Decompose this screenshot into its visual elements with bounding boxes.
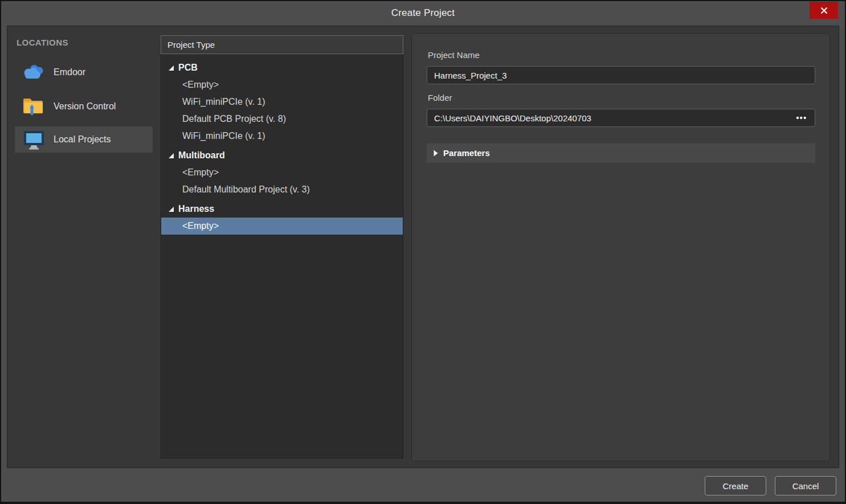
sidebar-item-version-control[interactable]: Version Control	[15, 93, 153, 120]
sidebar-item-local-projects[interactable]: Local Projects	[15, 126, 153, 153]
project-type-header: Project Type	[161, 35, 403, 54]
folder-label: Folder	[428, 93, 452, 103]
tree-item-row[interactable]: <Empty>	[161, 76, 403, 93]
close-button[interactable]	[810, 2, 838, 19]
folder-field: •••	[427, 109, 815, 127]
tree-row-label: PCB	[178, 63, 198, 73]
tree-row-label: <Empty>	[182, 221, 219, 231]
tree-row-label: Default PCB Project (v. 8)	[182, 114, 286, 124]
expand-arrow-icon[interactable]	[169, 207, 174, 212]
folder-input[interactable]	[427, 113, 788, 123]
parameters-section[interactable]: Parameters	[427, 143, 815, 163]
tree-row-label: Multiboard	[178, 150, 225, 161]
project-type-tree: PCB <Empty> WiFi_miniPCIe (v. 1) Default…	[161, 54, 403, 458]
expand-arrow-icon[interactable]	[169, 65, 174, 71]
expand-arrow-icon[interactable]	[169, 153, 174, 158]
tree-item-row[interactable]: <Empty>	[161, 164, 403, 181]
locations-header: LOCATIONS	[17, 38, 68, 47]
titlebar: Create Project	[0, 0, 846, 26]
chevron-right-icon	[434, 150, 438, 157]
sidebar-item-label: Emdoor	[54, 67, 85, 77]
tree-row-label: <Empty>	[182, 167, 219, 178]
tree-row-label: WiFi_miniPCIe (v. 1)	[182, 131, 265, 141]
tree-item-row[interactable]: WiFi_miniPCIe (v. 1)	[161, 128, 403, 145]
tree-row-label: <Empty>	[182, 80, 219, 90]
tree-row-label: WiFi_miniPCIe (v. 1)	[182, 97, 265, 107]
tree-group-row[interactable]: Multiboard	[161, 147, 403, 164]
dialog-title: Create Project	[0, 0, 846, 26]
monitor-icon	[22, 129, 46, 150]
tree-group-row[interactable]: Harness	[161, 200, 403, 218]
project-name-label: Project Name	[428, 50, 480, 60]
create-button[interactable]: Create	[705, 476, 766, 495]
sidebar-item-emdoor[interactable]: Emdoor	[15, 59, 153, 85]
ellipsis-icon: •••	[796, 113, 807, 122]
tree-row-label: Default Multiboard Project (v. 3)	[182, 185, 310, 195]
tree-item-row[interactable]: <Empty>	[161, 218, 403, 235]
folder-upload-icon	[22, 97, 46, 116]
tree-item-row[interactable]: Default PCB Project (v. 8)	[161, 110, 403, 128]
project-name-field	[427, 66, 815, 84]
sidebar-item-label: Version Control	[54, 101, 116, 112]
tree-item-row[interactable]: WiFi_miniPCIe (v. 1)	[161, 93, 403, 110]
cancel-button[interactable]: Cancel	[775, 476, 836, 495]
details-panel: Project Name Folder ••• Parameters	[411, 33, 830, 461]
cloud-icon	[22, 63, 46, 81]
sidebar-item-label: Local Projects	[54, 134, 111, 145]
project-name-input[interactable]	[427, 71, 815, 80]
tree-group-row[interactable]: PCB	[161, 59, 403, 76]
project-type-panel: Project Type PCB <Empty> WiFi_miniPCIe (…	[161, 35, 403, 458]
browse-button[interactable]: •••	[788, 109, 815, 126]
tree-row-label: Harness	[178, 204, 214, 214]
parameters-label: Parameters	[443, 148, 490, 158]
dialog-content: LOCATIONS Emdoor	[7, 26, 839, 468]
create-project-dialog: Create Project LOCATIONS	[0, 0, 846, 504]
close-icon	[820, 7, 828, 14]
tree-item-row[interactable]: Default Multiboard Project (v. 3)	[161, 181, 403, 198]
